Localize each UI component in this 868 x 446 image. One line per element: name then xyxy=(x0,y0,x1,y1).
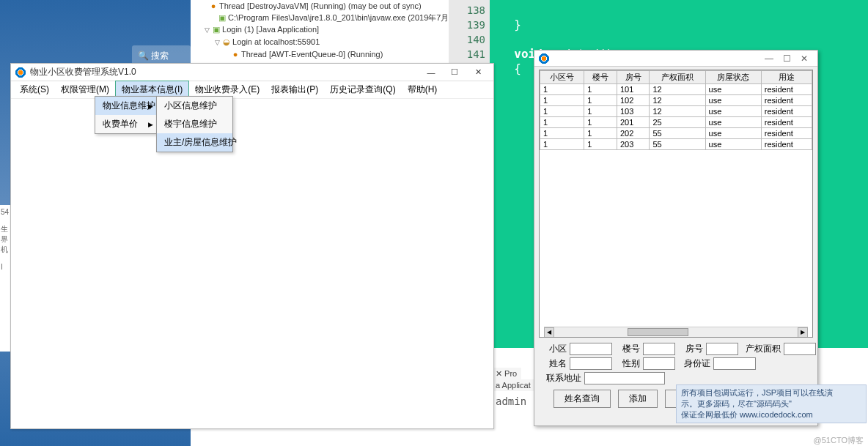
cell: use xyxy=(705,128,761,139)
submenu-basic-info: 物业信息维护▶ 收费单价▶ xyxy=(95,96,157,134)
maximize-button[interactable]: ☐ xyxy=(778,53,795,64)
search-by-name-button[interactable]: 姓名查询 xyxy=(553,390,611,408)
table-row[interactable]: 1110212useresident xyxy=(540,95,812,106)
grid-header-row: 小区号 楼号 房号 产权面积 房屋状态 用途 xyxy=(540,71,812,84)
submenu-item-owner-room[interactable]: 业主/房屋信息维护 xyxy=(157,133,232,152)
eclipse-outline-tab: 54 生界机 I xyxy=(0,205,10,352)
console-tab-label[interactable]: ✕ Pro xyxy=(491,368,521,380)
cell: 55 xyxy=(650,139,705,150)
submenu-info-maintain: 小区信息维护 楼宇信息维护 业主/房屋信息维护 xyxy=(156,96,233,152)
horizontal-scrollbar[interactable]: ◀ ▶ xyxy=(544,327,808,337)
label-room: 房号 xyxy=(678,343,703,355)
tree-row[interactable]: Thread [AWT-EventQueue-0] (Running) xyxy=(241,50,383,59)
table-row[interactable]: 1120355useresident xyxy=(540,139,812,150)
input-building[interactable] xyxy=(643,343,675,355)
console-info: a Applicat xyxy=(491,379,535,391)
table-row[interactable]: 1120125useresident xyxy=(540,117,812,128)
main-title: 物业小区收费管理系统V1.0 xyxy=(30,66,420,78)
minimize-button[interactable]: — xyxy=(420,65,442,80)
cell: resident xyxy=(761,139,812,150)
table-row[interactable]: 1110112useresident xyxy=(540,84,812,95)
main-titlebar[interactable]: 物业小区收费管理系统V1.0 — ☐ ✕ xyxy=(11,64,493,81)
cell: 102 xyxy=(617,95,650,106)
cell: resident xyxy=(761,84,812,95)
data-grid-container: 小区号 楼号 房号 产权面积 房屋状态 用途 1110112useresiden… xyxy=(539,70,813,338)
console-output: admin xyxy=(493,393,537,407)
label-area: 产权面积 xyxy=(741,343,781,355)
cell: use xyxy=(705,106,761,117)
cell: 1 xyxy=(540,95,584,106)
cell: use xyxy=(705,95,761,106)
col-building[interactable]: 楼号 xyxy=(584,71,617,84)
label-community: 小区 xyxy=(542,343,567,355)
data-titlebar[interactable]: — ☐ ✕ xyxy=(534,51,817,67)
close-button[interactable]: ✕ xyxy=(467,65,489,80)
main-app-window: 物业小区收费管理系统V1.0 — ☐ ✕ 系统(S) 权限管理(M) 物业基本信… xyxy=(10,63,494,429)
menubar: 系统(S) 权限管理(M) 物业基本信息(I) 物业收费录入(E) 报表输出(P… xyxy=(11,81,493,99)
input-room[interactable] xyxy=(706,343,738,355)
input-gender[interactable] xyxy=(643,357,675,370)
tree-row: C:\Program Files\Java\jre1.8.0_201\bin\j… xyxy=(228,13,449,22)
table-row[interactable]: 1110312useresident xyxy=(540,106,812,117)
add-button[interactable]: 添加 xyxy=(618,390,658,408)
input-address[interactable] xyxy=(584,372,665,384)
submenu-item-fee-price[interactable]: 收费单价▶ xyxy=(95,115,156,133)
close-button[interactable]: ✕ xyxy=(795,53,813,64)
col-status[interactable]: 房屋状态 xyxy=(705,71,761,84)
menu-system[interactable]: 系统(S) xyxy=(14,81,55,98)
cell: 1 xyxy=(540,128,584,139)
menu-help[interactable]: 帮助(H) xyxy=(402,81,444,98)
submenu-item-info-maintain[interactable]: 物业信息维护▶ xyxy=(95,97,156,115)
minimize-button[interactable]: — xyxy=(760,53,778,64)
cell: 201 xyxy=(617,117,650,128)
input-name[interactable] xyxy=(570,357,612,370)
cell: 55 xyxy=(650,128,705,139)
maximize-button[interactable]: ☐ xyxy=(444,65,466,80)
input-area[interactable] xyxy=(784,343,816,355)
cell: use xyxy=(705,117,761,128)
menu-history[interactable]: 历史记录查询(Q) xyxy=(324,81,401,98)
col-room[interactable]: 房号 xyxy=(617,71,650,84)
cell: 1 xyxy=(584,117,617,128)
cell: 1 xyxy=(584,84,617,95)
submenu-item-building[interactable]: 楼宇信息维护 xyxy=(157,115,232,133)
chevron-right-icon: ▶ xyxy=(148,103,153,110)
cell: 12 xyxy=(650,84,705,95)
cell: 203 xyxy=(617,139,650,150)
data-grid[interactable]: 小区号 楼号 房号 产权面积 房屋状态 用途 1110112useresiden… xyxy=(540,70,812,150)
input-community[interactable] xyxy=(570,343,612,355)
cell: 103 xyxy=(617,106,650,117)
submenu-item-community[interactable]: 小区信息维护 xyxy=(157,97,232,115)
cell: resident xyxy=(761,128,812,139)
scroll-thumb[interactable] xyxy=(628,328,688,336)
debug-view-tree: ●Thread [DestroyJavaVM] (Running) (may b… xyxy=(202,0,451,66)
scroll-right-button[interactable]: ▶ xyxy=(798,327,808,338)
scroll-left-button[interactable]: ◀ xyxy=(544,327,554,338)
cell: use xyxy=(705,84,761,95)
cell: 1 xyxy=(540,84,584,95)
input-idcard[interactable] xyxy=(713,357,756,370)
label-name: 姓名 xyxy=(542,357,567,370)
tree-row: Thread [DestroyJavaVM] (Running) (may be… xyxy=(219,1,422,10)
cell: 101 xyxy=(617,84,650,95)
cell: 1 xyxy=(540,106,584,117)
col-community[interactable]: 小区号 xyxy=(540,71,584,84)
chevron-right-icon: ▶ xyxy=(148,121,153,128)
cell: 12 xyxy=(650,106,705,117)
label-idcard: 身份证 xyxy=(678,357,710,370)
cell: resident xyxy=(761,117,812,128)
cell: 202 xyxy=(617,128,650,139)
cell: 1 xyxy=(584,128,617,139)
menu-reports[interactable]: 报表输出(P) xyxy=(265,81,324,98)
col-area[interactable]: 产权面积 xyxy=(650,71,705,84)
col-usage[interactable]: 用途 xyxy=(761,71,812,84)
promo-tooltip: 所有项目包调试运行，JSP项目可以在线演 示。更多源码，尽在"源码码头" 保证全… xyxy=(676,384,867,423)
cell: 1 xyxy=(584,95,617,106)
cell: 1 xyxy=(540,117,584,128)
table-row[interactable]: 1120255useresident xyxy=(540,128,812,139)
tree-row[interactable]: Login at localhost:55901 xyxy=(232,37,320,46)
watermark: @51CTO博客 xyxy=(814,435,864,446)
tree-row[interactable]: Login (1) [Java Application] xyxy=(222,25,319,34)
cell: 25 xyxy=(650,117,705,128)
cell: 1 xyxy=(584,139,617,150)
